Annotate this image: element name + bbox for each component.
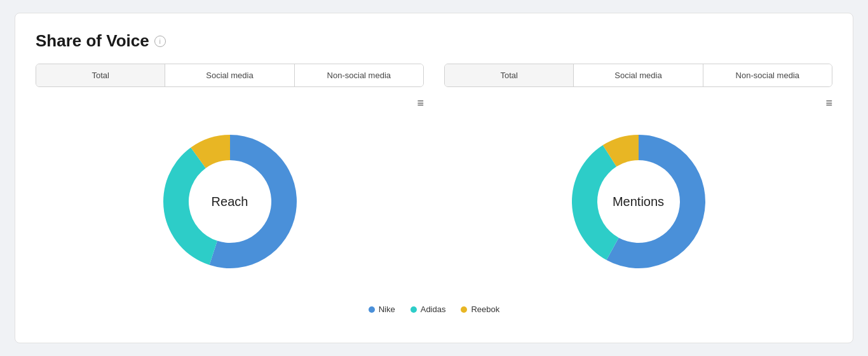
legend-label-reebok: Reebok [471,305,499,314]
tab-bar-reach-panel: TotalSocial mediaNon-social media [36,64,424,87]
tab-non-social-media-mentions-panel[interactable]: Non-social media [703,64,832,86]
tab-social-media-mentions-panel[interactable]: Social media [574,64,703,86]
chart-area-mentions-panel: ≡Mentions [444,97,832,289]
tab-total-mentions-panel[interactable]: Total [445,64,574,86]
tab-social-media-reach-panel[interactable]: Social media [165,64,294,86]
tab-bar-mentions-panel: TotalSocial mediaNon-social media [444,64,832,87]
reach-panel: TotalSocial mediaNon-social media≡Reach [36,64,424,289]
chart-area-reach-panel: ≡Reach [36,97,424,289]
legend-dot-reebok [461,306,467,313]
legend-dot-nike [369,306,375,313]
page-title: Share of Voice [36,31,149,51]
donut-wrap-reach-panel: Reach [147,119,313,284]
legend-item-nike: Nike [369,305,395,314]
menu-icon-mentions-panel[interactable]: ≡ [825,97,832,109]
card-header: Share of Voice i [36,31,832,51]
charts-row: TotalSocial mediaNon-social media≡ReachT… [36,64,832,289]
donut-wrap-mentions-panel: Mentions [556,119,721,284]
legend-dot-adidas [410,306,417,313]
info-icon[interactable]: i [154,36,166,47]
tab-total-reach-panel[interactable]: Total [36,64,165,86]
share-of-voice-card: Share of Voice i TotalSocial mediaNon-so… [15,13,853,343]
chart-legend: NikeAdidasReebok [36,305,832,314]
legend-item-reebok: Reebok [461,305,499,314]
legend-label-nike: Nike [379,305,395,314]
tab-non-social-media-reach-panel[interactable]: Non-social media [295,64,423,86]
mentions-panel: TotalSocial mediaNon-social media≡Mentio… [444,64,832,289]
segment-adidas [572,145,619,260]
legend-label-adidas: Adidas [421,305,446,314]
menu-icon-reach-panel[interactable]: ≡ [417,97,424,109]
legend-item-adidas: Adidas [410,305,446,314]
